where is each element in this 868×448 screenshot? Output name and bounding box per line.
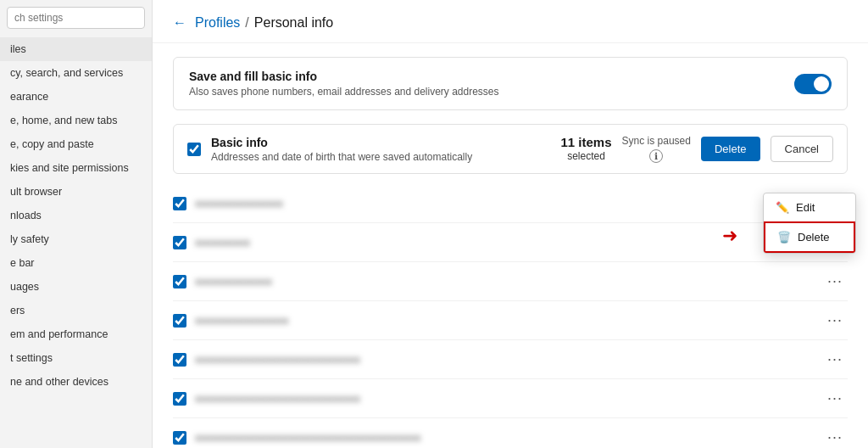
save-fill-toggle[interactable]	[794, 74, 832, 94]
list-row: xxxxxxxxxxxxxx···	[173, 262, 848, 301]
row-more-button-6[interactable]: ···	[822, 388, 848, 409]
breadcrumb-profiles[interactable]: Profiles	[195, 15, 240, 31]
row-checkbox-5[interactable]	[173, 353, 186, 367]
back-button[interactable]: ←	[173, 15, 186, 31]
sidebar-item-5[interactable]: kies and site permissions	[0, 156, 152, 180]
edit-icon: ✏️	[776, 201, 789, 214]
list-row: xxxxxxxxxxxxxxxxx···	[173, 301, 848, 340]
row-label-6: xxxxxxxxxxxxxxxxxxxxxxxxxxxxxx	[195, 392, 814, 405]
address-list: xxxxxxxxxxxxxxxx➜✏️Edit🗑️Delete···xxxxxx…	[173, 184, 848, 448]
list-row: xxxxxxxxxxxxxxxxxxxxxxxxxxxxxxxxxxxxxxxx…	[173, 418, 848, 448]
card-text: Save and fill basic info Also saves phon…	[189, 70, 499, 98]
list-row: xxxxxxxxxxxxxxxxxxxxxxxxxxxxxx···	[173, 379, 848, 418]
row-label-4: xxxxxxxxxxxxxxxxx	[195, 314, 814, 327]
list-row: xxxxxxxxxx···	[173, 223, 848, 262]
row-checkbox-4[interactable]	[173, 314, 186, 328]
search-input[interactable]	[7, 7, 145, 29]
delete-button[interactable]: Delete	[701, 137, 760, 161]
basic-info-bar: Basic info Addresses and date of birth t…	[173, 124, 848, 174]
sync-status: Sync is paused ℹ	[622, 135, 691, 163]
row-checkbox-6[interactable]	[173, 392, 186, 406]
row-more-button-7[interactable]: ···	[822, 427, 848, 448]
row-label-7: xxxxxxxxxxxxxxxxxxxxxxxxxxxxxxxxxxxxxxxx…	[195, 431, 814, 444]
row-checkbox-3[interactable]	[173, 275, 186, 288]
sidebar-item-7[interactable]: nloads	[0, 204, 152, 227]
sidebar-item-8[interactable]: ly safety	[0, 227, 152, 251]
sidebar-item-14[interactable]: ne and other devices	[0, 370, 152, 394]
sidebar-item-3[interactable]: e, home, and new tabs	[0, 109, 152, 132]
sync-paused-text: Sync is paused	[622, 135, 691, 147]
save-fill-card: Save and fill basic info Also saves phon…	[173, 57, 848, 110]
basic-info-subtitle: Addresses and date of birth that were sa…	[211, 151, 551, 163]
sidebar-item-11[interactable]: ers	[0, 299, 152, 322]
delete-label: Delete	[798, 231, 830, 244]
items-count-number: 11 items	[561, 136, 612, 150]
sidebar-item-12[interactable]: em and performance	[0, 322, 152, 346]
row-more-button-4[interactable]: ···	[822, 310, 848, 331]
row-more-button-5[interactable]: ···	[822, 349, 848, 370]
sidebar-item-1[interactable]: cy, search, and services	[0, 61, 152, 85]
basic-info-title: Basic info	[211, 136, 551, 149]
edit-label: Edit	[796, 201, 815, 214]
sidebar-item-2[interactable]: earance	[0, 85, 152, 109]
context-menu-delete[interactable]: 🗑️Delete	[764, 221, 855, 253]
items-selected-count: 11 items selected	[561, 136, 612, 162]
basic-info-text: Basic info Addresses and date of birth t…	[211, 136, 551, 163]
sync-info-icon[interactable]: ℹ	[649, 149, 663, 163]
sidebar: ilescy, search, and servicesearancee, ho…	[0, 0, 153, 448]
row-checkbox-7[interactable]	[173, 431, 186, 445]
breadcrumb-current: Personal info	[254, 15, 333, 31]
list-row: xxxxxxxxxxxxxxxx➜✏️Edit🗑️Delete···	[173, 184, 848, 223]
card-desc: Also saves phone numbers, email addresse…	[189, 86, 499, 98]
trash-icon: 🗑️	[777, 231, 791, 244]
card-title: Save and fill basic info	[189, 70, 499, 83]
row-label-3: xxxxxxxxxxxxxx	[195, 275, 814, 288]
sidebar-item-9[interactable]: e bar	[0, 251, 152, 275]
sidebar-item-4[interactable]: e, copy and paste	[0, 132, 152, 156]
context-menu-edit[interactable]: ✏️Edit	[764, 193, 855, 221]
cancel-button[interactable]: Cancel	[771, 136, 833, 162]
row-checkbox-1[interactable]	[173, 197, 186, 210]
sidebar-item-0[interactable]: iles	[0, 37, 152, 61]
breadcrumb-separator: /	[245, 15, 248, 31]
row-label-1: xxxxxxxxxxxxxxxx	[195, 197, 814, 210]
basic-info-checkbox[interactable]	[187, 143, 201, 156]
row-label-5: xxxxxxxxxxxxxxxxxxxxxxxxxxxxxx	[195, 353, 814, 366]
items-count-label: selected	[561, 150, 612, 162]
row-more-button-3[interactable]: ···	[822, 271, 848, 292]
row-label-2: xxxxxxxxxx	[195, 236, 814, 249]
context-menu: ✏️Edit🗑️Delete	[763, 193, 856, 254]
list-row: xxxxxxxxxxxxxxxxxxxxxxxxxxxxxx···	[173, 340, 848, 379]
sidebar-item-13[interactable]: t settings	[0, 346, 152, 370]
main-content: ← Profiles / Personal info Save and fill…	[153, 0, 868, 448]
page-header: ← Profiles / Personal info	[153, 0, 868, 43]
sidebar-item-6[interactable]: ult browser	[0, 180, 152, 204]
sidebar-item-10[interactable]: uages	[0, 275, 152, 299]
row-checkbox-2[interactable]	[173, 236, 186, 249]
